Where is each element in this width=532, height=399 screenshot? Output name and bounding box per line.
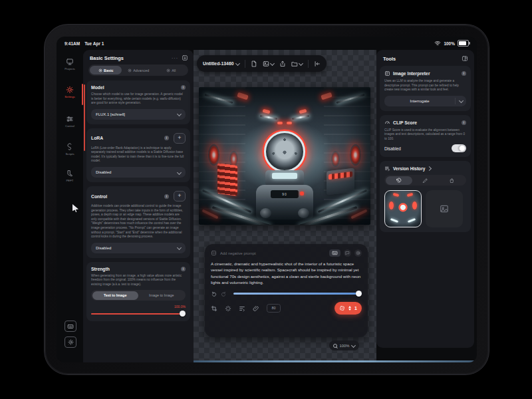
queue-icon[interactable] bbox=[239, 305, 245, 312]
keyboard-shortcuts-button[interactable] bbox=[65, 321, 76, 332]
steps-badge[interactable]: 80 bbox=[267, 304, 281, 313]
chevron-right-icon bbox=[427, 166, 432, 171]
panel-toggle-icon[interactable] bbox=[462, 55, 468, 62]
tab-all[interactable]: All bbox=[155, 66, 187, 74]
tab-basic[interactable]: Basic bbox=[90, 66, 122, 74]
strength-card: Strength When generating from an image, … bbox=[86, 262, 190, 322]
card-description: CLIP Score is used to evaluate the align… bbox=[384, 128, 466, 142]
segment-edits[interactable] bbox=[412, 176, 439, 185]
prompt-history-button[interactable] bbox=[344, 249, 351, 257]
collapse-panel-button[interactable] bbox=[314, 61, 321, 67]
document-title-button[interactable]: Untitled-13460 bbox=[203, 61, 239, 66]
slider-knob[interactable] bbox=[356, 291, 362, 297]
add-control-button[interactable]: + bbox=[174, 191, 186, 201]
clip-score-icon bbox=[384, 120, 390, 126]
model-select-value: FLUX.1 [schnell] bbox=[96, 112, 125, 116]
add-lora-button[interactable]: + bbox=[174, 133, 186, 144]
attachment-icon[interactable] bbox=[253, 305, 259, 312]
lora-select[interactable]: Disabled bbox=[91, 167, 186, 178]
prompt-action-row: 80 1 bbox=[211, 302, 362, 315]
batch-stepper[interactable] bbox=[348, 306, 351, 311]
zoom-control[interactable]: 100% bbox=[329, 340, 359, 350]
sidebar-item-control[interactable]: Control bbox=[57, 115, 83, 128]
canvas-bottom-edge-glow bbox=[194, 360, 477, 362]
generate-button[interactable]: 1 bbox=[334, 302, 362, 315]
batch-count: 1 bbox=[354, 306, 357, 311]
version-thumbnail-selected[interactable] bbox=[384, 190, 422, 227]
version-thumbnail-placeholder[interactable] bbox=[426, 190, 463, 227]
collapse-left-icon bbox=[314, 61, 321, 67]
scripts-icon bbox=[66, 143, 74, 151]
info-icon[interactable] bbox=[164, 136, 169, 140]
tab-advanced[interactable]: Advanced bbox=[122, 66, 154, 74]
app-settings-button[interactable] bbox=[65, 336, 76, 348]
chevron-down-icon bbox=[177, 170, 182, 175]
model-card: Model Choose which model to use for imag… bbox=[86, 80, 190, 124]
card-description: When generating from an image, a high va… bbox=[91, 274, 186, 287]
strength-slider[interactable] bbox=[91, 311, 186, 317]
undo-icon[interactable] bbox=[211, 291, 217, 297]
segment-history[interactable] bbox=[386, 176, 412, 185]
prompt-input[interactable]: A cinematic, dramatic and hyperrealistic… bbox=[211, 261, 362, 285]
info-icon[interactable] bbox=[181, 267, 186, 271]
stage: 9:41AM Tue Apr 1 100% Projects bbox=[0, 0, 532, 399]
redo-icon[interactable] bbox=[221, 291, 227, 297]
version-list-icon bbox=[384, 166, 390, 172]
info-icon[interactable] bbox=[164, 194, 169, 199]
info-icon[interactable] bbox=[181, 85, 186, 90]
card-title: Image Interpreter bbox=[393, 71, 459, 76]
image-icon bbox=[263, 61, 269, 67]
status-time: 9:41AM bbox=[65, 41, 80, 46]
insert-image-button[interactable] bbox=[263, 61, 274, 67]
card-description: Choose which model to use for image gene… bbox=[91, 92, 186, 106]
wifi-icon bbox=[434, 40, 441, 47]
model-select[interactable]: FLUX.1 [schnell] bbox=[91, 109, 186, 120]
sidebar-item-scripts[interactable]: Scripts bbox=[57, 143, 83, 156]
segment-layers[interactable] bbox=[439, 176, 466, 185]
image-interpreter-icon bbox=[384, 70, 390, 76]
save-preset-icon[interactable] bbox=[182, 55, 188, 61]
control-select[interactable]: Disabled bbox=[91, 243, 186, 253]
chevron-down-icon bbox=[299, 61, 303, 66]
lora-card: LoRA + LoRA (Low-order Rank Adaptation) … bbox=[86, 128, 190, 182]
gear-icon bbox=[128, 68, 132, 72]
generate-icon bbox=[339, 305, 345, 311]
clip-score-toggle[interactable] bbox=[452, 144, 466, 152]
negative-prompt-input[interactable]: Add negative prompt bbox=[220, 251, 326, 255]
button-label: Interrogate bbox=[384, 99, 455, 103]
chat-icon bbox=[345, 251, 350, 255]
pen-icon bbox=[422, 178, 428, 184]
panel-title: Basic Settings bbox=[90, 55, 168, 61]
chevron-down-icon bbox=[351, 343, 356, 348]
sidebar-item-label: Control bbox=[65, 124, 74, 128]
settings-tabs: Basic Advanced All bbox=[88, 65, 188, 76]
slider-knob[interactable] bbox=[180, 311, 186, 317]
panel-scrollbar[interactable] bbox=[84, 84, 85, 151]
share-button[interactable] bbox=[279, 61, 286, 67]
generation-settings-icon[interactable] bbox=[225, 305, 231, 312]
prompt-panel: Add negative prompt A cinematic, dramati… bbox=[205, 244, 368, 337]
info-icon[interactable] bbox=[462, 71, 466, 76]
more-options-icon[interactable]: ··· bbox=[172, 56, 178, 61]
sidebar-item-projects[interactable]: Projects bbox=[57, 58, 83, 70]
canvas-size-icon[interactable] bbox=[211, 305, 217, 312]
control-select-value: Disabled bbox=[96, 246, 111, 250]
negative-prompt-icon bbox=[211, 250, 217, 256]
files-button[interactable] bbox=[291, 61, 303, 67]
guidance-slider[interactable] bbox=[233, 290, 362, 297]
canvas-area[interactable]: Untitled-13460 bbox=[194, 50, 376, 362]
folder-icon bbox=[291, 61, 298, 67]
basic-settings-panel: Basic Settings ··· Basic Advanced bbox=[83, 50, 194, 362]
expand-prompt-button[interactable] bbox=[354, 249, 362, 257]
interrogate-button[interactable]: Interrogate bbox=[384, 96, 466, 106]
sidebar-item-peft[interactable]: PEFT bbox=[57, 170, 83, 182]
segment-image-to-image[interactable]: Image to Image bbox=[138, 291, 185, 300]
new-document-button[interactable] bbox=[251, 61, 257, 67]
generated-image[interactable]: 90 bbox=[199, 87, 370, 225]
version-history-header[interactable]: Version History bbox=[384, 166, 466, 172]
keyboard-toggle-button[interactable] bbox=[329, 249, 340, 257]
segment-text-to-image[interactable]: Text to Image bbox=[92, 291, 139, 300]
sidebar-item-settings[interactable]: Settings bbox=[57, 86, 83, 98]
lora-select-value: Disabled bbox=[96, 170, 111, 174]
info-icon[interactable] bbox=[462, 120, 466, 125]
